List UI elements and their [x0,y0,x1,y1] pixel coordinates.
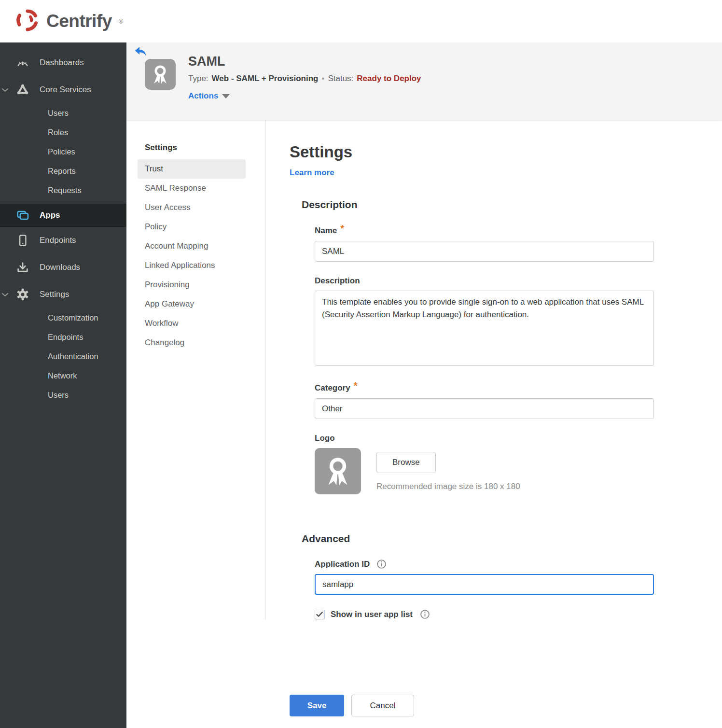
actions-dropdown[interactable]: Actions [188,91,421,101]
centrify-swirl-icon [14,7,41,35]
sidebar-item-label: Apps [40,210,60,220]
browse-button[interactable]: Browse [376,452,436,473]
subnav-item-workflow[interactable]: Workflow [138,314,246,333]
show-in-user-app-list-checkbox[interactable] [315,610,324,619]
save-button[interactable]: Save [290,695,344,716]
app-logo [145,59,176,90]
sidebar-item-label: Endpoints [40,236,76,245]
gear-icon [14,288,31,301]
sidebar-item-policies[interactable]: Policies [0,142,126,161]
sidebar-item-label: Dashboards [40,58,84,68]
required-asterisk: * [340,223,344,234]
sidebar-item-core-services[interactable]: Core Services [0,76,126,103]
logo-preview [315,448,361,494]
sidebar-item-requests[interactable]: Requests [0,181,126,200]
sidebar-item-downloads[interactable]: Downloads [0,254,126,281]
sidebar-item-label: Core Services [40,85,91,95]
topbar: Centrify ® [0,0,722,42]
caret-down-icon [222,94,230,98]
status-label: Status: [328,74,353,84]
info-icon[interactable] [420,609,430,619]
back-arrow-icon[interactable] [134,46,147,59]
subnav-heading: Settings [126,143,265,159]
info-icon[interactable] [376,559,387,569]
sidebar-item-dashboards[interactable]: Dashboards [0,49,126,76]
app-header: SAML Type: Web - SAML + Provisioning • S… [126,42,722,120]
logo-label: Logo [315,434,335,443]
chevron-down-icon [0,293,14,297]
app-title: SAML [188,54,421,69]
sidebar-item-network[interactable]: Network [0,366,126,385]
subnav-item-account-mapping[interactable]: Account Mapping [138,237,246,256]
name-label: Name [315,226,337,236]
sidebar: Dashboards Core Services Users Roles [0,42,126,728]
settings-subnav: Settings Trust SAML Response User Access… [126,120,265,619]
download-icon [14,261,31,274]
sidebar-item-settings-users[interactable]: Users [0,385,126,405]
subnav-item-provisioning[interactable]: Provisioning [138,275,246,294]
application-id-field[interactable] [315,574,654,595]
chevron-down-icon [0,88,14,92]
subnav-item-app-gateway[interactable]: App Gateway [138,294,246,314]
sidebar-item-authentication[interactable]: Authentication [0,347,126,366]
sidebar-item-label: Settings [40,290,69,299]
subnav-item-saml-response[interactable]: SAML Response [138,179,246,198]
brand-name: Centrify [46,11,112,31]
sidebar-item-settings[interactable]: Settings [0,281,126,308]
type-value: Web - SAML + Provisioning [212,74,319,84]
page-title: Settings [290,143,722,161]
apps-icon [14,209,31,222]
name-field[interactable] [315,241,654,262]
category-label: Category [315,383,350,393]
learn-more-link[interactable]: Learn more [290,168,334,178]
required-asterisk: * [354,380,358,392]
cancel-button[interactable]: Cancel [351,695,414,716]
sidebar-item-endpoints[interactable]: Endpoints [0,227,126,254]
description-section-heading: Description [302,199,722,210]
gauge-icon [14,56,31,70]
show-in-user-app-list-label: Show in user app list [331,610,413,619]
subnav-item-changelog[interactable]: Changelog [138,333,246,352]
centrify-logo: Centrify ® [14,7,123,35]
core-services-icon [14,83,31,97]
status-value: Ready to Deploy [357,74,421,84]
sidebar-item-users[interactable]: Users [0,103,126,123]
sidebar-item-roles[interactable]: Roles [0,123,126,142]
advanced-section-heading: Advanced [302,533,722,545]
type-label: Type: [188,74,208,84]
description-field[interactable]: This template enables you to provide sin… [315,291,654,366]
description-label: Description [315,276,360,286]
sidebar-item-label: Downloads [40,263,80,272]
subnav-item-trust[interactable]: Trust [138,159,246,179]
logo-size-hint: Recommended image size is 180 x 180 [376,482,520,491]
sidebar-item-settings-endpoints[interactable]: Endpoints [0,327,126,347]
subnav-item-linked-applications[interactable]: Linked Applications [138,256,246,275]
phone-icon [14,234,31,247]
application-id-label: Application ID [315,560,370,569]
brand-reg-mark: ® [119,18,124,25]
sidebar-item-apps[interactable]: Apps [0,204,126,227]
subnav-item-user-access[interactable]: User Access [138,198,246,217]
sidebar-item-reports[interactable]: Reports [0,161,126,181]
subnav-item-policy[interactable]: Policy [138,217,246,237]
form-footer: Save Cancel [290,695,722,716]
category-field[interactable] [315,398,654,419]
sidebar-item-customization[interactable]: Customization [0,308,126,327]
